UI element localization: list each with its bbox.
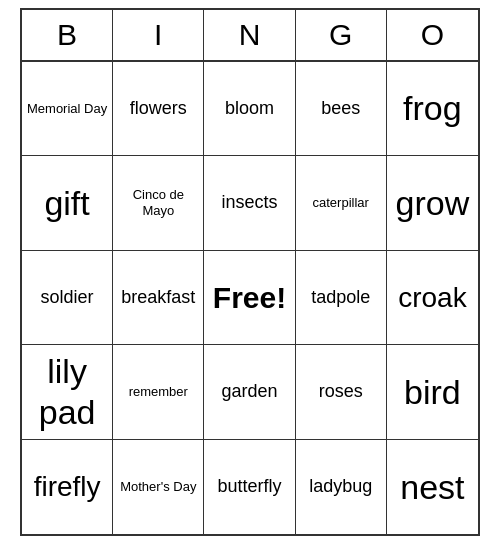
- bingo-cell: croak: [387, 251, 478, 346]
- bingo-cell: tadpole: [296, 251, 387, 346]
- bingo-header: BINGO: [22, 10, 478, 62]
- cell-text: frog: [403, 88, 462, 129]
- bingo-cell: bird: [387, 345, 478, 440]
- cell-text: garden: [221, 381, 277, 403]
- header-letter: B: [22, 10, 113, 60]
- cell-text: nest: [400, 467, 464, 508]
- cell-text: flowers: [130, 98, 187, 120]
- bingo-cell: bloom: [204, 62, 295, 157]
- bingo-cell: breakfast: [113, 251, 204, 346]
- cell-text: bloom: [225, 98, 274, 120]
- cell-text: butterfly: [217, 476, 281, 498]
- bingo-cell: Cinco de Mayo: [113, 156, 204, 251]
- cell-text: grow: [396, 183, 470, 224]
- cell-text: soldier: [41, 287, 94, 309]
- bingo-cell: garden: [204, 345, 295, 440]
- bingo-cell: roses: [296, 345, 387, 440]
- header-letter: O: [387, 10, 478, 60]
- bingo-card: BINGO Memorial Dayflowersbloombeesfroggi…: [20, 8, 480, 537]
- bingo-cell: Free!: [204, 251, 295, 346]
- bingo-cell: remember: [113, 345, 204, 440]
- cell-text: remember: [129, 384, 188, 400]
- bingo-cell: bees: [296, 62, 387, 157]
- bingo-cell: Mother's Day: [113, 440, 204, 535]
- cell-text: Memorial Day: [27, 101, 107, 117]
- cell-text: roses: [319, 381, 363, 403]
- bingo-cell: insects: [204, 156, 295, 251]
- bingo-cell: caterpillar: [296, 156, 387, 251]
- cell-text: ladybug: [309, 476, 372, 498]
- header-letter: N: [204, 10, 295, 60]
- bingo-cell: grow: [387, 156, 478, 251]
- cell-text: insects: [221, 192, 277, 214]
- bingo-grid: Memorial DayflowersbloombeesfroggiftCinc…: [22, 62, 478, 535]
- cell-text: gift: [44, 183, 89, 224]
- bingo-cell: gift: [22, 156, 113, 251]
- bingo-cell: ladybug: [296, 440, 387, 535]
- cell-text: caterpillar: [313, 195, 369, 211]
- bingo-cell: lily pad: [22, 345, 113, 440]
- bingo-cell: flowers: [113, 62, 204, 157]
- bingo-cell: butterfly: [204, 440, 295, 535]
- header-letter: I: [113, 10, 204, 60]
- bingo-cell: nest: [387, 440, 478, 535]
- cell-text: bird: [404, 372, 461, 413]
- cell-text: croak: [398, 281, 466, 315]
- cell-text: tadpole: [311, 287, 370, 309]
- cell-text: Free!: [213, 280, 286, 316]
- cell-text: Mother's Day: [120, 479, 196, 495]
- bingo-cell: frog: [387, 62, 478, 157]
- bingo-cell: soldier: [22, 251, 113, 346]
- bingo-cell: Memorial Day: [22, 62, 113, 157]
- header-letter: G: [296, 10, 387, 60]
- cell-text: bees: [321, 98, 360, 120]
- cell-text: Cinco de Mayo: [117, 187, 199, 218]
- bingo-cell: firefly: [22, 440, 113, 535]
- cell-text: lily pad: [26, 351, 108, 433]
- cell-text: firefly: [34, 470, 101, 504]
- cell-text: breakfast: [121, 287, 195, 309]
